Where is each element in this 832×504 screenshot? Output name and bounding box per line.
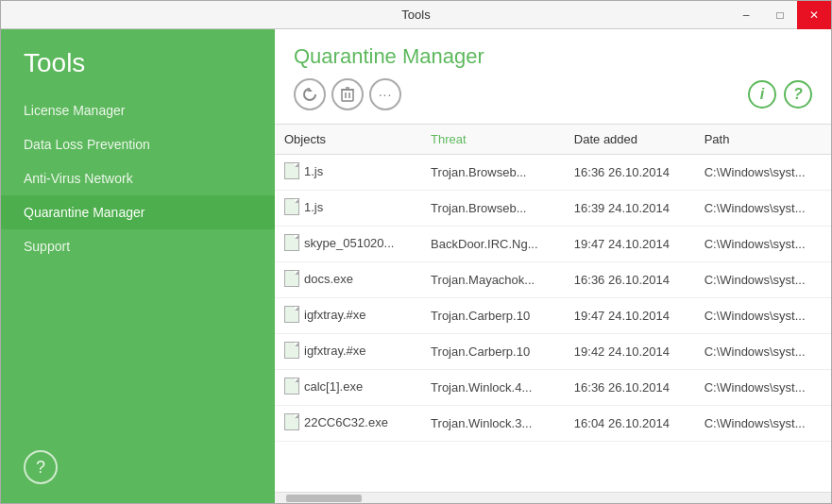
toolbar: ··· i ? <box>294 78 812 110</box>
scroll-thumb <box>286 495 362 502</box>
quarantine-table: Objects Threat Date added Path 1.jsTroja… <box>275 125 831 442</box>
delete-button[interactable] <box>331 78 364 110</box>
sidebar-title: Tools <box>1 29 275 93</box>
cell-path: C:\Windows\syst... <box>695 262 831 298</box>
sidebar-item-anti-virus-network[interactable]: Anti-Virus Network <box>1 161 275 195</box>
svg-rect-0 <box>342 90 353 101</box>
cell-path: C:\Windows\syst... <box>695 334 831 370</box>
col-threat: Threat <box>421 125 565 155</box>
cell-threat: Trojan.Winlock.4... <box>421 370 565 406</box>
toolbar-left: ··· <box>294 78 401 110</box>
sidebar-help-button[interactable]: ? <box>24 450 58 484</box>
cell-object: 1.js <box>275 155 421 191</box>
minimize-button[interactable]: – <box>729 1 763 29</box>
table-row[interactable]: igfxtray.#xeTrojan.Carberp.1019:47 24.10… <box>275 298 831 334</box>
cell-object: calc[1].exe <box>275 370 421 406</box>
horizontal-scrollbar[interactable] <box>275 492 831 503</box>
cell-threat: Trojan.Browseb... <box>421 155 565 191</box>
cell-threat: Trojan.Carberp.10 <box>421 298 565 334</box>
cell-threat: BackDoor.IRC.Ng... <box>421 227 565 262</box>
sidebar-item-license-manager[interactable]: License Manager <box>1 93 275 127</box>
cell-date: 16:36 26.10.2014 <box>565 262 695 298</box>
sidebar-item-quarantine-manager[interactable]: Quarantine Manager <box>1 195 275 229</box>
info-button[interactable]: i <box>748 80 776 109</box>
table-row[interactable]: 22CC6C32.exeTrojan.Winlock.3...16:04 26.… <box>275 406 831 442</box>
cell-object: docs.exe <box>275 262 421 298</box>
sidebar-item-support[interactable]: Support <box>1 229 275 263</box>
cell-date: 19:47 24.10.2014 <box>565 298 695 334</box>
cell-path: C:\Windows\syst... <box>695 370 831 406</box>
maximize-button[interactable]: □ <box>763 1 797 29</box>
cell-object: igfxtray.#xe <box>275 298 421 334</box>
cell-date: 16:36 26.10.2014 <box>565 155 695 191</box>
cell-path: C:\Windows\syst... <box>695 406 831 442</box>
quarantine-table-container[interactable]: Objects Threat Date added Path 1.jsTroja… <box>275 124 831 492</box>
col-date-added: Date added <box>565 125 695 155</box>
more-button[interactable]: ··· <box>369 78 401 110</box>
sidebar-footer: ? <box>1 431 275 503</box>
main-content: Tools License Manager Data Loss Preventi… <box>1 29 831 503</box>
cell-date: 16:39 24.10.2014 <box>565 191 695 227</box>
sidebar: Tools License Manager Data Loss Preventi… <box>1 29 275 503</box>
table-row[interactable]: igfxtray.#xeTrojan.Carberp.1019:42 24.10… <box>275 334 831 370</box>
main-window: Tools – □ ✕ Tools License Manager Data L… <box>0 0 832 504</box>
cell-date: 19:42 24.10.2014 <box>565 334 695 370</box>
cell-path: C:\Windows\syst... <box>695 227 831 262</box>
sidebar-nav: License Manager Data Loss Prevention Ant… <box>1 93 275 263</box>
col-path: Path <box>695 125 831 155</box>
table-row[interactable]: 1.jsTrojan.Browseb...16:39 24.10.2014C:\… <box>275 191 831 227</box>
cell-object: 1.js <box>275 191 421 227</box>
col-objects: Objects <box>275 125 421 155</box>
right-panel: Quarantine Manager <box>275 29 831 503</box>
title-bar: Tools – □ ✕ <box>1 1 831 29</box>
toolbar-right: i ? <box>748 80 812 109</box>
panel-header: Quarantine Manager <box>275 29 831 124</box>
window-title: Tools <box>401 8 430 22</box>
table-row[interactable]: skype_051020...BackDoor.IRC.Ng...19:47 2… <box>275 227 831 262</box>
cell-threat: Trojan.Browseb... <box>421 191 565 227</box>
help-button[interactable]: ? <box>784 80 812 109</box>
cell-date: 19:47 24.10.2014 <box>565 227 695 262</box>
sidebar-item-data-loss-prevention[interactable]: Data Loss Prevention <box>1 127 275 161</box>
close-button[interactable]: ✕ <box>797 1 831 29</box>
table-row[interactable]: docs.exeTrojan.Mayachok...16:36 26.10.20… <box>275 262 831 298</box>
cell-object: igfxtray.#xe <box>275 334 421 370</box>
window-controls: – □ ✕ <box>729 1 831 29</box>
table-row[interactable]: calc[1].exeTrojan.Winlock.4...16:36 26.1… <box>275 370 831 406</box>
cell-date: 16:04 26.10.2014 <box>565 406 695 442</box>
table-row[interactable]: 1.jsTrojan.Browseb...16:36 26.10.2014C:\… <box>275 155 831 191</box>
restore-button[interactable] <box>294 78 326 110</box>
cell-threat: Trojan.Winlock.3... <box>421 406 565 442</box>
cell-threat: Trojan.Mayachok... <box>421 262 565 298</box>
cell-path: C:\Windows\syst... <box>695 155 831 191</box>
cell-object: 22CC6C32.exe <box>275 406 421 442</box>
cell-date: 16:36 26.10.2014 <box>565 370 695 406</box>
cell-threat: Trojan.Carberp.10 <box>421 334 565 370</box>
cell-path: C:\Windows\syst... <box>695 191 831 227</box>
table-header-row: Objects Threat Date added Path <box>275 125 831 155</box>
panel-title: Quarantine Manager <box>294 44 812 69</box>
cell-path: C:\Windows\syst... <box>695 298 831 334</box>
cell-object: skype_051020... <box>275 227 421 262</box>
